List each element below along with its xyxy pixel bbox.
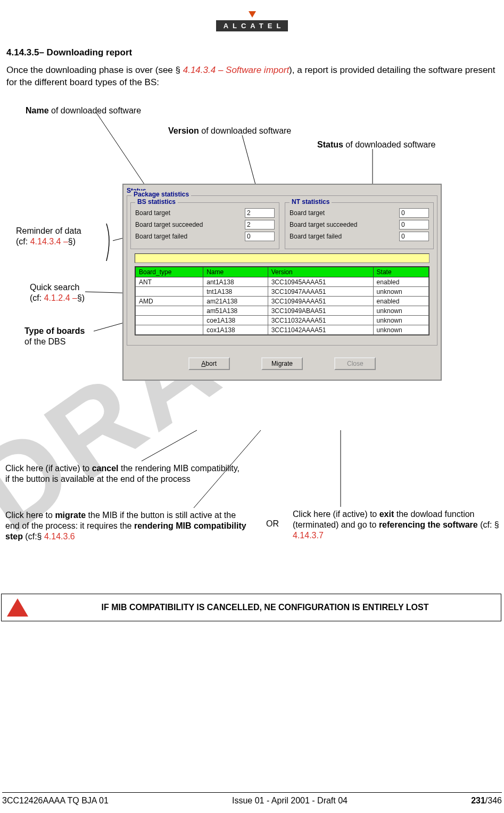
annot-board-type: Type of boards of the DBS bbox=[24, 326, 85, 347]
nt-succeeded-value: 0 bbox=[399, 220, 429, 229]
close-button[interactable]: Close bbox=[334, 357, 376, 370]
table-row[interactable]: am51A1383CC10949ABAA51unknown bbox=[136, 306, 429, 316]
annot-close: Click here (if active) to exit the dowlo… bbox=[293, 509, 500, 541]
nt-target-label: Board target bbox=[290, 209, 399, 217]
nt-target-value: 0 bbox=[399, 208, 429, 218]
footer-doc-id: 3CC12426AAAA TQ BJA 01 bbox=[2, 796, 109, 806]
table-row[interactable]: tnt1A1383CC10947AAAA51unknown bbox=[136, 287, 429, 297]
annot-name: Name of downloaded software bbox=[26, 105, 141, 116]
bs-failed-label: Board target failed bbox=[135, 233, 245, 240]
nt-legend: NT statistics bbox=[290, 198, 332, 206]
warning-triangle-icon bbox=[7, 598, 28, 617]
annot-reminder: Reminder of data (cf: 4.14.3.4 –§) bbox=[16, 226, 81, 247]
triangle-down-icon bbox=[249, 11, 256, 18]
table-row[interactable]: AMDam21A1383CC10949AAAA51enabled bbox=[136, 297, 429, 306]
footer-page: 231/346 bbox=[471, 796, 502, 806]
screenshot-panel: Status Package statistics BS statistics … bbox=[122, 184, 442, 381]
section-heading: 4.14.3.5– Downloading report bbox=[6, 47, 498, 58]
table-row[interactable]: coe1A1383CC11032AAAA51unknown bbox=[136, 316, 429, 325]
bs-succeeded-label: Board target succeeded bbox=[135, 221, 245, 228]
table-row[interactable]: cox1A1383CC11042AAAA51unknown bbox=[136, 325, 429, 335]
page-footer: 3CC12426AAAA TQ BJA 01 Issue 01 - April … bbox=[2, 792, 502, 806]
bs-target-label: Board target bbox=[135, 209, 245, 217]
bs-succeeded-value: 2 bbox=[245, 220, 275, 229]
svg-line-6 bbox=[142, 430, 197, 461]
col-board-type[interactable]: Board_type bbox=[136, 267, 203, 277]
annot-abort: Click here (if active) to cancel the ren… bbox=[5, 463, 239, 484]
annot-status: Status of downloaded software bbox=[317, 139, 435, 150]
bs-statistics-group: BS statistics Board target2 Board target… bbox=[130, 202, 279, 249]
warning-text: IF MIB COMPATIBILITY IS CANCELLED, NE CO… bbox=[35, 603, 495, 612]
cross-ref-link[interactable]: 4.14.3.4 – Software import bbox=[183, 65, 289, 75]
intro-paragraph: Once the downloading phase is over (see … bbox=[6, 64, 498, 89]
intro-text-pre: Once the downloading phase is over (see … bbox=[6, 65, 183, 75]
nt-failed-value: 0 bbox=[399, 232, 429, 241]
annot-or: OR bbox=[266, 519, 279, 529]
quick-search-input[interactable] bbox=[135, 253, 429, 263]
brand-wordmark: ALCATEL bbox=[216, 20, 288, 31]
nt-failed-label: Board target failed bbox=[290, 233, 399, 240]
annot-quick-search: Quick search (cf: 4.1.2.4 –§) bbox=[30, 282, 85, 303]
status-window: Status Package statistics BS statistics … bbox=[122, 184, 442, 381]
col-name[interactable]: Name bbox=[203, 267, 268, 277]
nt-succeeded-label: Board target succeeded bbox=[290, 221, 399, 228]
software-grid[interactable]: Board_type Name Version State ANTant1A13… bbox=[135, 266, 429, 335]
package-statistics-group: Package statistics BS statistics Board t… bbox=[127, 195, 437, 346]
nt-statistics-group: NT statistics Board target0 Board target… bbox=[285, 202, 434, 249]
warning-callout: IF MIB COMPATIBILITY IS CANCELLED, NE CO… bbox=[1, 594, 501, 621]
package-statistics-legend: Package statistics bbox=[131, 191, 191, 198]
bs-legend: BS statistics bbox=[135, 198, 178, 206]
brand-logo: ALCATEL bbox=[5, 10, 499, 31]
bs-target-value: 2 bbox=[245, 208, 275, 218]
migrate-button[interactable]: Migrate bbox=[261, 357, 303, 370]
abort-button[interactable]: Abort bbox=[188, 357, 230, 370]
footer-issue: Issue 01 - April 2001 - Draft 04 bbox=[232, 796, 348, 806]
col-version[interactable]: Version bbox=[268, 267, 373, 277]
table-row[interactable]: ANTant1A1383CC10945AAAA51enabled bbox=[136, 277, 429, 287]
annot-migrate: Click here to migrate the MIB if the but… bbox=[5, 510, 250, 542]
col-state[interactable]: State bbox=[373, 267, 428, 277]
button-row: Abort Migrate Close bbox=[123, 350, 441, 380]
bs-failed-value: 0 bbox=[245, 232, 275, 241]
annot-version: Version of downloaded software bbox=[168, 126, 291, 136]
